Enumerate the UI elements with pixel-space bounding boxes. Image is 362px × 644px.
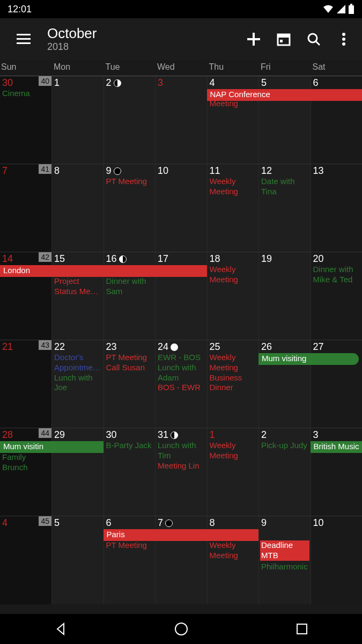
svg-rect-8 — [278, 34, 290, 38]
events-container: PT MeetingCall Susan — [104, 353, 156, 373]
event-item[interactable]: Lunch with Tim — [157, 441, 206, 461]
recent-icon — [296, 623, 308, 635]
day-cell[interactable]: 5 — [51, 516, 104, 604]
event-item[interactable]: Project Status Me… — [53, 276, 102, 297]
day-cell[interactable]: 13 — [311, 164, 363, 252]
event-item[interactable]: Lunch with Joe — [53, 373, 102, 393]
multi-day-event[interactable]: Mum visitin — [0, 441, 104, 453]
wifi-icon — [322, 4, 334, 14]
day-cell[interactable]: 12Date with Tina — [258, 164, 311, 252]
event-item[interactable]: Dinner with Sam — [105, 276, 154, 297]
moon-phase-icon — [171, 343, 178, 351]
day-number: 5 — [259, 76, 311, 89]
multi-day-event[interactable]: British Music Fes… — [311, 441, 363, 453]
event-item[interactable]: Weekly Meeting — [209, 265, 258, 285]
day-cell[interactable]: 25Weekly MeetingBusiness Dinner — [207, 340, 259, 428]
event-item[interactable]: Deadline MTB — [260, 540, 309, 561]
events-container: Weekly Meeting — [208, 265, 259, 285]
day-cell[interactable]: 1Weekly Meeting — [207, 428, 259, 516]
multi-day-event[interactable]: Mum visiting — [258, 353, 359, 365]
moon-phase-icon — [165, 519, 173, 527]
day-cell[interactable]: 30B-Party Jack — [104, 428, 156, 516]
event-item[interactable]: PT Meeting — [105, 540, 154, 551]
event-item[interactable]: Philharmonic — [260, 562, 309, 572]
svg-rect-9 — [280, 40, 283, 42]
day-cell[interactable]: 22Doctor's Appointme…Lunch with Joe — [51, 340, 104, 428]
day-cell[interactable]: 9Deadline MTBPhilharmonic — [258, 516, 311, 604]
day-number: 8 — [208, 516, 259, 529]
signal-icon — [336, 4, 346, 14]
event-item[interactable]: Cinema — [1, 89, 50, 99]
event-item[interactable]: Call Susan — [105, 363, 154, 373]
day-cell[interactable]: 417 — [0, 164, 51, 252]
day-cell[interactable]: 1 — [51, 76, 104, 164]
nav-recent[interactable] — [280, 616, 323, 642]
event-item[interactable]: B-Party Jack — [105, 441, 154, 451]
day-cell[interactable]: 24EWR - BOSLunch with AdamBOS - EWR — [155, 340, 207, 428]
events-container: Date with Tina — [259, 177, 311, 197]
event-item[interactable]: PT Meeting — [105, 353, 154, 363]
event-item[interactable]: PT Meeting — [105, 177, 154, 187]
event-item[interactable]: Doctor's Appointme… — [53, 353, 102, 373]
multi-day-event[interactable]: Paris — [104, 529, 259, 541]
event-item[interactable]: Date with Tina — [260, 177, 309, 197]
day-cell[interactable]: 454 — [0, 516, 51, 604]
event-item[interactable]: Lunch with Adam — [157, 363, 206, 383]
day-header: Mon — [51, 60, 104, 76]
today-button[interactable] — [269, 24, 299, 54]
multi-day-event[interactable]: London — [0, 265, 207, 277]
day-cell[interactable]: 2Pick-up Judy — [258, 428, 311, 516]
hamburger-icon — [17, 34, 31, 45]
event-item[interactable]: Pick-up Judy — [260, 441, 309, 451]
week-number: 44 — [39, 428, 51, 438]
search-icon — [307, 32, 321, 46]
day-header: Wed — [155, 60, 207, 76]
nav-back[interactable] — [39, 616, 82, 642]
day-cell[interactable]: 11Weekly Meeting — [207, 164, 259, 252]
day-cell[interactable]: 31Lunch with TimMeeting Lin — [155, 428, 207, 516]
search-button[interactable] — [299, 24, 329, 54]
event-item[interactable]: Dinner with Mike & Ted — [312, 265, 361, 285]
event-item[interactable]: Weekly Meeting — [209, 353, 258, 373]
add-button[interactable] — [239, 24, 269, 54]
day-cell[interactable]: 4030Cinema — [0, 76, 51, 164]
day-cell[interactable]: 8 — [51, 164, 104, 252]
day-cell[interactable]: 20Dinner with Mike & Ted — [311, 252, 363, 340]
event-item[interactable]: Family Brunch — [1, 452, 50, 473]
multi-day-event[interactable]: NAP Conference — [207, 89, 363, 101]
event-item[interactable]: Meeting Lin — [157, 461, 206, 471]
nav-home[interactable] — [160, 616, 203, 642]
event-item[interactable]: Weekly Meeting — [209, 441, 258, 461]
svg-rect-4 — [17, 42, 31, 44]
day-number: 19 — [259, 252, 311, 265]
status-bar: 12:01 — [0, 0, 362, 18]
day-cell[interactable]: 18Weekly Meeting — [207, 252, 259, 340]
day-cell[interactable]: 10 — [155, 164, 207, 252]
menu-button[interactable] — [11, 26, 36, 52]
title-block[interactable]: October 2018 — [47, 26, 239, 53]
week-number: 41 — [39, 164, 51, 174]
day-number: 6 — [104, 516, 156, 529]
day-number: 2 — [104, 76, 156, 89]
event-item[interactable]: Weekly Meeting — [209, 540, 258, 561]
day-cell[interactable]: 19 — [258, 252, 311, 340]
event-item[interactable]: EWR - BOS — [157, 353, 206, 363]
week-number: 40 — [39, 76, 51, 86]
event-item[interactable]: Weekly Meeting — [209, 177, 258, 197]
event-item[interactable]: Business Dinner — [209, 373, 258, 393]
day-cell[interactable]: 9PT Meeting — [104, 164, 156, 252]
event-item[interactable]: BOS - EWR — [157, 383, 206, 393]
overflow-button[interactable] — [329, 24, 359, 54]
day-cell[interactable]: 10 — [311, 516, 363, 604]
svg-point-13 — [342, 38, 345, 41]
day-cell[interactable]: 3 — [155, 76, 207, 164]
svg-point-10 — [308, 34, 317, 42]
day-number: 1 — [52, 76, 104, 89]
day-number: 17 — [156, 252, 207, 265]
day-cell[interactable]: 4321 — [0, 340, 51, 428]
day-number: 10 — [156, 164, 207, 177]
more-vert-icon — [342, 33, 345, 46]
app-bar: October 2018 — [0, 18, 362, 60]
day-cell[interactable]: 2 — [104, 76, 156, 164]
day-cell[interactable]: 23PT MeetingCall Susan — [104, 340, 156, 428]
